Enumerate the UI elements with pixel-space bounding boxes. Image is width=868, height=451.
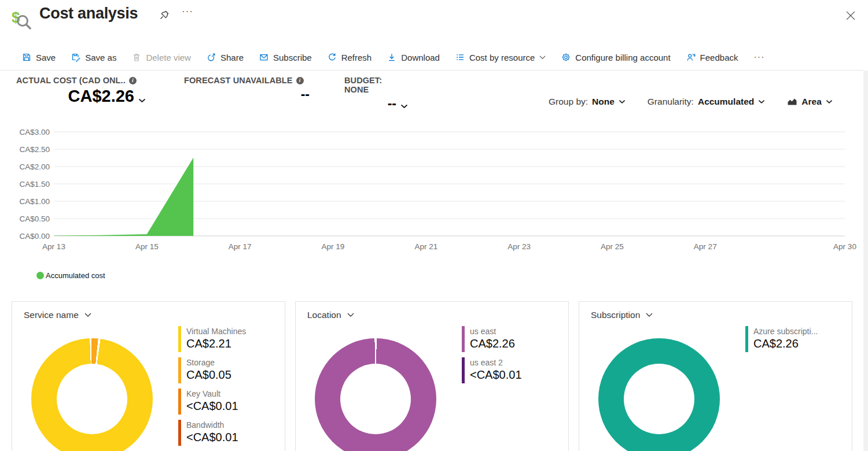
feedback-person-icon (686, 53, 696, 62)
share-button[interactable]: Share (207, 53, 244, 62)
close-icon[interactable] (845, 10, 856, 21)
group-by-dropdown[interactable]: Group by: None (549, 97, 626, 107)
refresh-button[interactable]: Refresh (328, 53, 372, 62)
info-icon[interactable]: i (129, 77, 137, 84)
y-axis-labels: CA$3.00CA$2.50CA$2.00CA$1.50CA$1.00CA$0.… (19, 128, 50, 241)
x-tick-label: Apr 21 (414, 242, 437, 251)
y-tick-label: CA$3.00 (19, 128, 50, 136)
save-icon (22, 53, 31, 62)
segment-value: CA$2.26 (753, 337, 818, 350)
legend-color-bar (462, 357, 465, 383)
budget-dropdown[interactable]: -- (344, 97, 408, 110)
service-name-donut-chart (31, 338, 153, 451)
chevron-down-icon (400, 104, 408, 109)
legend-dot-icon (36, 272, 44, 279)
header-more-icon[interactable]: ··· (182, 6, 193, 17)
pin-icon[interactable] (159, 9, 170, 21)
legend-color-bar (745, 326, 748, 352)
donut-hole (624, 364, 694, 434)
x-tick-label: Apr 30 (833, 242, 856, 251)
configure-billing-account-button[interactable]: Configure billing account (561, 53, 670, 62)
command-bar: Save Save as Delete view Share Subscribe… (22, 49, 764, 66)
donut-hole (340, 364, 411, 434)
subscription-dropdown[interactable]: Subscription (591, 310, 653, 320)
segment-value: <CA$0.01 (186, 430, 238, 444)
budget-value: -- (388, 97, 396, 110)
cost-analysis-app-icon: $ (9, 7, 31, 30)
legend-label: Accumulated cost (46, 271, 105, 280)
segment-label: Storage (186, 357, 231, 368)
segment-label: Virtual Machines (186, 326, 246, 337)
actual-cost-dropdown[interactable]: CA$2.26 (16, 88, 146, 105)
legend-item-storage[interactable]: Storage CA$0.05 (178, 357, 246, 383)
segment-value: <CA$0.01 (470, 368, 522, 382)
segment-value: <CA$0.01 (186, 399, 238, 413)
chevron-down-icon (646, 313, 653, 317)
x-tick-label: Apr 19 (322, 242, 345, 251)
toolbar-more-icon[interactable]: ··· (753, 52, 764, 62)
legend-color-bar (178, 357, 181, 383)
y-tick-label: CA$0.50 (19, 215, 50, 223)
feedback-button[interactable]: Feedback (686, 53, 738, 62)
budget-label: BUDGET: NONE (344, 76, 408, 94)
legend-item-us-east-2[interactable]: us east 2 <CA$0.01 (462, 357, 522, 383)
budget-label-row: BUDGET: NONE (344, 76, 408, 94)
service-name-legend: Virtual Machines CA$2.21 Storage CA$0.05… (178, 326, 246, 446)
legend-item-virtual-machines[interactable]: Virtual Machines CA$2.21 (178, 326, 246, 352)
series-legend-accumulated-cost[interactable]: Accumulated cost (36, 271, 105, 280)
actual-cost-label: ACTUAL COST (CAD ONL.. (16, 76, 126, 85)
download-button[interactable]: Download (387, 53, 440, 62)
chevron-down-icon (619, 99, 626, 104)
donut-hole (57, 364, 127, 434)
panel-location: Location us east CA$2.26 us east 2 <CA$0… (295, 301, 569, 451)
granularity-label: Granularity: (648, 97, 694, 107)
segment-value: CA$0.05 (186, 368, 231, 382)
x-tick-label: Apr 25 (601, 242, 624, 251)
subscription-legend: Azure subscripti... CA$2.26 (745, 326, 818, 352)
x-axis-labels: Apr 13Apr 15Apr 17Apr 19Apr 21Apr 23Apr … (42, 242, 856, 251)
area-series (54, 157, 193, 236)
panel-title-text: Location (307, 310, 341, 320)
x-tick-label: Apr 17 (229, 242, 252, 251)
download-icon (387, 53, 396, 62)
subscribe-button[interactable]: Subscribe (259, 53, 312, 62)
save-button[interactable]: Save (22, 53, 56, 62)
delete-icon (132, 53, 141, 62)
service-name-dropdown[interactable]: Service name (24, 310, 91, 320)
area-chart-icon (787, 98, 797, 106)
group-by-label: Group by: (549, 97, 588, 107)
forecast-value-row: -- (184, 88, 310, 101)
cost-by-resource-dropdown[interactable]: Cost by resource (455, 53, 546, 62)
legend-item-key-vault[interactable]: Key Vault <CA$0.01 (178, 389, 246, 415)
segment-label: Bandwidth (186, 420, 238, 430)
forecast-label: FORECAST UNAVAILABLE (184, 76, 293, 85)
legend-item-azure-subscription[interactable]: Azure subscripti... CA$2.26 (745, 326, 818, 352)
x-tick-label: Apr 13 (42, 242, 65, 251)
chevron-down-icon (539, 56, 546, 60)
chevron-down-icon (758, 99, 765, 104)
location-dropdown[interactable]: Location (307, 310, 354, 320)
location-legend: us east CA$2.26 us east 2 <CA$0.01 (462, 326, 522, 383)
chevron-down-icon (138, 98, 146, 103)
gear-icon (561, 53, 571, 62)
group-by-value: None (592, 97, 615, 107)
x-tick-label: Apr 23 (507, 242, 531, 251)
legend-color-bar (178, 420, 181, 446)
accumulated-cost-area (54, 157, 193, 236)
legend-item-us-east[interactable]: us east CA$2.26 (462, 326, 522, 352)
legend-item-bandwidth[interactable]: Bandwidth <CA$0.01 (178, 420, 246, 446)
configure-billing-account-label: Configure billing account (575, 53, 670, 62)
subscribe-label: Subscribe (273, 53, 312, 62)
vertical-scrollbar[interactable] (863, 71, 868, 451)
kpi-budget: BUDGET: NONE -- (344, 76, 408, 110)
save-as-button[interactable]: Save as (71, 53, 116, 62)
chart-type-dropdown[interactable]: Area (787, 97, 832, 107)
y-tick-label: CA$0.00 (19, 232, 50, 241)
info-icon[interactable]: i (296, 77, 304, 84)
legend-color-bar (178, 326, 181, 352)
kpi-forecast: FORECAST UNAVAILABLE i -- (184, 76, 310, 101)
legend-color-bar (462, 326, 465, 352)
segment-value: CA$2.21 (186, 337, 246, 350)
cost-by-resource-label: Cost by resource (469, 53, 535, 62)
granularity-dropdown[interactable]: Granularity: Accumulated (648, 97, 765, 107)
